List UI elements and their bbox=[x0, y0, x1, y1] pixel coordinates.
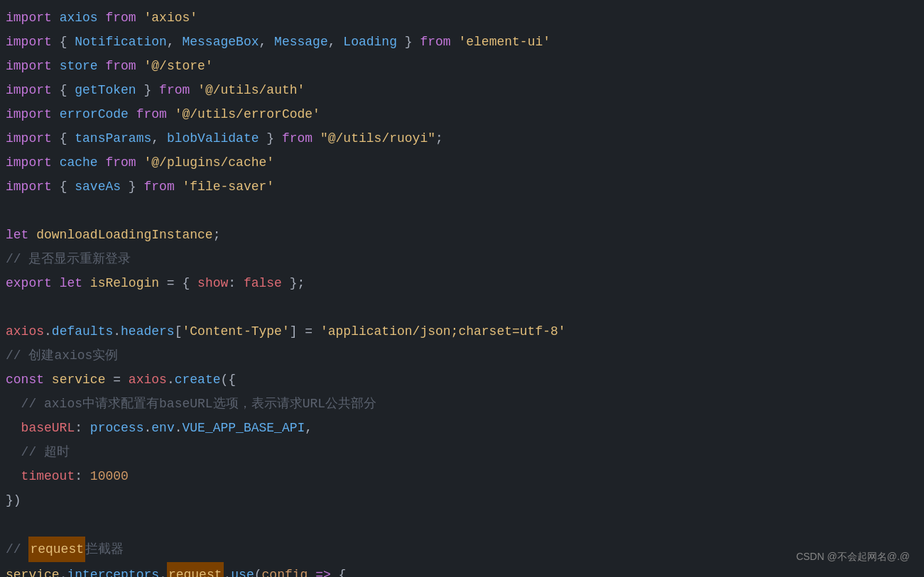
code-line-1: import axios from 'axios' bbox=[0, 6, 924, 30]
code-line-16: const service = axios . create ({ bbox=[0, 368, 924, 392]
code-editor: import axios from 'axios' import { Notif… bbox=[0, 0, 924, 577]
code-line-20: timeout : 10000 bbox=[0, 464, 924, 488]
code-line-8: import { saveAs } from 'file-saver' bbox=[0, 175, 924, 199]
code-line-4: import { getToken } from '@/utils/auth' bbox=[0, 78, 924, 102]
code-line-empty-2 bbox=[0, 295, 924, 319]
code-line-23: // request 拦截器 bbox=[0, 537, 924, 562]
code-line-3: import store from '@/store' bbox=[0, 54, 924, 78]
code-line-5: import errorCode from '@/utils/errorCode… bbox=[0, 102, 924, 126]
keyword-from: from bbox=[105, 6, 136, 30]
code-line-11: // 是否显示重新登录 bbox=[0, 247, 924, 271]
code-line-19: // 超时 bbox=[0, 440, 924, 464]
code-line-6: import { tansParams , blobValidate } fro… bbox=[0, 126, 924, 150]
code-line-2: import { Notification , MessageBox , Mes… bbox=[0, 30, 924, 54]
code-line-empty-3 bbox=[0, 512, 924, 537]
identifier-axios: axios bbox=[60, 6, 98, 30]
code-line-12: export let isRelogin = { show : false } … bbox=[0, 271, 924, 295]
code-line-7: import cache from '@/plugins/cache' bbox=[0, 150, 924, 175]
code-line-14: axios . defaults . headers [ 'Content-Ty… bbox=[0, 319, 924, 344]
code-line-10: let downloadLoadingInstance ; bbox=[0, 223, 924, 247]
string-axios: 'axios' bbox=[143, 6, 197, 30]
code-line-24: service . interceptors . request . use (… bbox=[0, 562, 924, 577]
code-line-empty-1 bbox=[0, 199, 924, 223]
highlight-request: request bbox=[28, 537, 85, 562]
code-line-17: // axios中请求配置有baseURL选项，表示请求URL公共部分 bbox=[0, 392, 924, 416]
code-line-18: baseURL : process . env . VUE_APP_BASE_A… bbox=[0, 416, 924, 440]
code-line-15: // 创建axios实例 bbox=[0, 344, 924, 368]
code-line-21: }) bbox=[0, 488, 924, 512]
watermark: CSDN @不会起网名@.@ bbox=[796, 544, 910, 568]
highlight-request-2: request bbox=[167, 562, 224, 577]
keyword-import: import bbox=[6, 6, 52, 30]
